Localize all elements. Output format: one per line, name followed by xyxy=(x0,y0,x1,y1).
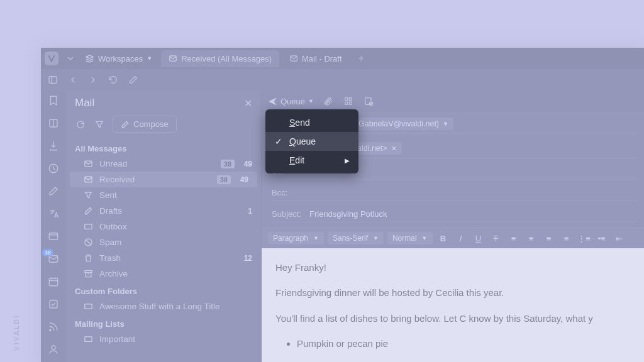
discard-icon[interactable] xyxy=(363,96,374,107)
compose-button[interactable]: Compose xyxy=(113,116,177,133)
strike-button[interactable]: T xyxy=(489,232,503,244)
downloads-icon[interactable] xyxy=(47,140,60,152)
panel-toggle-icon[interactable] xyxy=(47,74,58,85)
calendar-icon[interactable] xyxy=(47,275,60,288)
compose-label: Compose xyxy=(133,119,169,129)
sidebar-item-unread[interactable]: Unread 38 49 xyxy=(66,156,261,172)
sidebar-item-archive[interactable]: Archive xyxy=(66,266,261,282)
vivaldi-logo[interactable] xyxy=(45,52,58,65)
sidebar-item-trash[interactable]: Trash 12 xyxy=(66,250,261,266)
workspaces-button[interactable]: Workspaces ▼ xyxy=(79,52,158,66)
app-body: 38 Mail ✕ Compose All Messages xyxy=(41,90,644,362)
bcc-field[interactable]: Bcc: xyxy=(272,185,638,201)
svg-rect-7 xyxy=(49,233,58,240)
svg-line-20 xyxy=(86,240,91,245)
sidebar-item-awesome[interactable]: Awesome Stuff with a Long Title xyxy=(66,299,261,314)
svg-rect-21 xyxy=(85,271,92,273)
translate-icon[interactable] xyxy=(47,207,60,220)
new-tab-button[interactable]: + xyxy=(352,49,370,68)
from-chip[interactable]: GabrielaV@vivaldi.net) ▼ xyxy=(353,118,453,130)
attachment-icon[interactable] xyxy=(323,96,334,107)
format-size[interactable]: Normal▼ xyxy=(387,232,433,244)
align-left-icon[interactable]: ≡ xyxy=(507,232,521,244)
body-greeting: Hey Franky! xyxy=(275,260,634,276)
compose-pane: Queue ▼ Send ✓ Queue xyxy=(261,90,644,362)
sidebar-title: Mail xyxy=(75,97,94,109)
svg-rect-2 xyxy=(49,77,57,84)
sidebar-item-outbox[interactable]: Outbox xyxy=(66,219,261,234)
options-icon[interactable] xyxy=(343,96,354,107)
sidebar-item-drafts[interactable]: Drafts 1 xyxy=(66,203,261,219)
sidebar-item-spam[interactable]: Spam xyxy=(66,234,261,250)
bold-button[interactable]: B xyxy=(436,232,450,244)
close-icon[interactable]: ✕ xyxy=(244,97,252,109)
align-right-icon[interactable]: ≡ xyxy=(542,232,556,244)
svg-rect-10 xyxy=(49,278,58,286)
queue-dropdown: Send ✓ Queue Edit ▶ xyxy=(265,109,358,173)
svg-rect-24 xyxy=(345,102,348,104)
svg-point-16 xyxy=(52,346,55,349)
bookmark-icon[interactable] xyxy=(47,94,60,107)
reading-icon[interactable] xyxy=(47,117,60,129)
subject-value: Friendsgiving Potluck xyxy=(309,209,387,219)
reload-icon[interactable] xyxy=(108,74,119,85)
underline-button[interactable]: U xyxy=(472,232,486,244)
menu-queue[interactable]: ✓ Queue xyxy=(265,132,358,151)
chevron-down-icon[interactable] xyxy=(65,53,76,64)
remove-chip-icon[interactable]: ✕ xyxy=(391,145,397,153)
list-ordered-icon[interactable]: ⋮≡ xyxy=(577,232,591,244)
app-window: Workspaces ▼ Received (All Messages) Mai… xyxy=(41,48,644,362)
mail-badge: 38 xyxy=(42,249,53,256)
tab-label: Mail - Draft xyxy=(302,54,342,63)
svg-rect-26 xyxy=(365,98,371,105)
format-toolbar: Paragraph▼ Sans-Serif▼ Normal▼ B I U T ≡… xyxy=(262,228,644,248)
workspaces-label: Workspaces xyxy=(98,54,143,63)
back-icon[interactable] xyxy=(67,74,79,85)
svg-rect-25 xyxy=(349,102,352,104)
tasks-icon[interactable] xyxy=(47,298,60,310)
nav-toolbar xyxy=(41,69,644,90)
history-icon[interactable] xyxy=(47,162,60,175)
tab-received[interactable]: Received (All Messages) xyxy=(161,50,279,67)
compose-icon[interactable] xyxy=(128,74,139,85)
format-paragraph[interactable]: Paragraph▼ xyxy=(268,232,324,244)
tab-draft[interactable]: Mail - Draft xyxy=(282,50,350,67)
section-mailing: Mailing Lists xyxy=(66,314,261,331)
subject-field[interactable]: Subject: Friendsgiving Potluck xyxy=(272,206,638,222)
sidebar-item-received[interactable]: Received 38 49 xyxy=(70,172,257,187)
mail-sidebar: Mail ✕ Compose All Messages Unread 38 49 xyxy=(66,90,261,362)
tab-label: Received (All Messages) xyxy=(181,54,272,63)
submenu-arrow-icon: ▶ xyxy=(345,157,350,164)
tab-bar: Workspaces ▼ Received (All Messages) Mai… xyxy=(41,48,644,69)
format-font[interactable]: Sans-Serif▼ xyxy=(328,232,384,244)
message-body[interactable]: Hey Franky! Friendsgiving dinner will be… xyxy=(262,248,644,362)
italic-button[interactable]: I xyxy=(454,232,468,244)
window-icon[interactable] xyxy=(47,230,60,243)
forward-icon[interactable] xyxy=(87,74,99,85)
queue-button[interactable]: Queue ▼ xyxy=(268,97,314,106)
refresh-icon[interactable] xyxy=(75,119,86,130)
notes-icon[interactable] xyxy=(47,185,60,197)
section-custom: Custom Folders xyxy=(66,282,261,299)
outdent-icon[interactable]: ⇤ xyxy=(613,232,626,244)
filter-icon[interactable] xyxy=(94,119,105,130)
list-unordered-icon[interactable]: •≡ xyxy=(595,232,609,244)
section-all: All Messages xyxy=(66,139,261,156)
body-p1: Friendsgiving dinner will be hosted by C… xyxy=(275,285,634,301)
svg-rect-22 xyxy=(345,98,348,101)
menu-edit[interactable]: Edit ▶ xyxy=(265,151,358,170)
svg-rect-23 xyxy=(349,98,352,101)
align-center-icon[interactable]: ≡ xyxy=(525,232,538,244)
mail-rail-icon[interactable]: 38 xyxy=(47,253,60,265)
menu-send[interactable]: Send xyxy=(265,113,358,132)
align-justify-icon[interactable]: ≡ xyxy=(560,232,574,244)
feeds-icon[interactable] xyxy=(47,321,60,333)
svg-point-15 xyxy=(50,329,51,331)
vivaldi-watermark: VIVALDI xyxy=(13,314,20,351)
contacts-icon[interactable] xyxy=(47,343,60,356)
side-rail: 38 xyxy=(41,90,66,362)
svg-rect-14 xyxy=(50,300,57,308)
body-p2: You'll find a list of dishes to bring be… xyxy=(275,310,634,327)
sidebar-item-sent[interactable]: Sent xyxy=(66,187,261,203)
sidebar-item-important[interactable]: Important xyxy=(66,331,261,347)
